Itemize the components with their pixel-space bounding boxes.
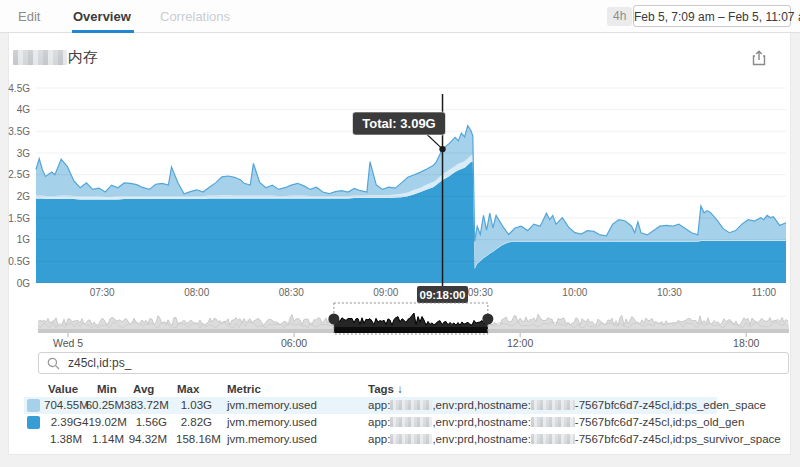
min-cell: 1.14M [82,431,124,448]
y-axis-label: 0.5G [8,256,30,267]
redacted-title-text [13,50,67,65]
y-axis-label: 2.5G [8,169,30,180]
y-axis-label: 3.5G [8,126,30,137]
column-header-max: Max [176,381,220,397]
time-range-badge[interactable]: 4h [607,7,632,26]
y-axis-label: 2G [17,191,31,202]
tags-cell: app:,env:prd,hostname:-7567bfc6d7-z45cl,… [368,397,789,414]
avg-cell: 1.56G [124,414,176,431]
min-cell: 419.02M [82,414,124,431]
tags-cell: app:,env:prd,hostname:-7567bfc6d7-z45cl,… [368,414,789,431]
search-icon [47,357,60,370]
x-axis-label: 11:00 [752,287,777,298]
series-color-swatch [27,433,40,446]
selection-handle-right[interactable] [482,314,493,325]
tab-overview[interactable]: Overview [73,0,131,33]
redacted-text [531,417,575,427]
timeline-minimap[interactable]: Wed 506:0012:0018:00 [0,300,800,352]
minimap-time-label: 06:00 [281,337,307,349]
column-header-avg: Avg [124,381,176,397]
y-axis-label: 4.5G [8,84,30,94]
hover-timestamp-label: 09:18:00 [419,289,465,301]
table-header-row: ValueMinAvgMaxMetricTags ↓ [24,381,789,397]
selection-handle-left[interactable] [328,314,339,325]
x-axis-label: 10:00 [562,287,587,298]
column-header-min: Min [82,381,124,397]
value-cell: 1.38M [44,431,82,448]
table-row[interactable]: 2.39G419.02M1.56G2.82Gjvm.memory.usedapp… [24,414,789,431]
redacted-text [390,400,432,410]
value-cell: 2.39G [44,414,82,431]
column-header-tags[interactable]: Tags ↓ [368,381,789,397]
y-axis-label: 3G [17,148,31,159]
tab-correlations[interactable]: Correlations [160,0,230,33]
minimap-time-label: 12:00 [507,337,533,349]
series-color-swatch [27,416,40,429]
tooltip-total-label: Total: 3.09G [362,116,435,131]
avg-cell: 383.72M [124,397,176,414]
metric-cell: jvm.memory.used [220,397,354,414]
y-axis-label: 0G [17,278,31,289]
x-axis-label: 09:00 [373,287,398,298]
metric-cell: jvm.memory.used [220,431,354,448]
redacted-text [531,434,575,444]
y-axis-label: 1.5G [8,213,30,224]
min-cell: 60.25M [82,397,124,414]
x-axis-label: 08:30 [279,287,304,298]
table-row[interactable]: 704.55M60.25M383.72M1.03Gjvm.memory.used… [24,397,789,414]
max-cell: 158.16M [176,431,220,448]
top-bar: Edit Overview Correlations 4h Feb 5, 7:0… [0,0,800,33]
x-axis-label: 09:30 [468,287,493,298]
widget-title: 内存 [68,48,98,67]
x-axis-label: 07:30 [90,287,115,298]
tab-edit[interactable]: Edit [18,0,40,33]
avg-cell: 94.32M [124,431,176,448]
x-axis-label: 10:30 [657,287,682,298]
legend-table: ValueMinAvgMaxMetricTags ↓704.55M60.25M3… [24,381,789,448]
search-box [38,352,789,374]
widget-header: 内存 [13,48,98,66]
date-range-picker[interactable]: Feb 5, 7:09 am – Feb 5, 11:07 am [633,5,791,27]
redacted-text [390,434,432,444]
column-header-metric: Metric [220,381,354,397]
series-color-swatch [27,399,40,412]
share-export-icon[interactable] [748,47,770,69]
redacted-text [531,400,575,410]
minimap-time-label: Wed 5 [53,337,83,349]
table-row[interactable]: 1.38M1.14M94.32M158.16Mjvm.memory.usedap… [24,431,789,448]
tags-cell: app:,env:prd,hostname:-7567bfc6d7-z45cl,… [368,431,789,448]
tooltip-pointer-line [427,134,442,148]
max-cell: 1.03G [176,397,220,414]
x-axis-label: 08:00 [184,287,209,298]
search-input[interactable] [66,355,788,371]
column-header-value: Value [44,381,82,397]
metric-cell: jvm.memory.used [220,414,354,431]
hover-point [439,146,445,152]
redacted-text [390,417,432,427]
value-cell: 704.55M [44,397,82,414]
max-cell: 2.82G [176,414,220,431]
y-axis-label: 4G [17,104,31,115]
minimap-time-label: 18:00 [733,337,759,349]
memory-usage-chart[interactable]: 0G0.5G1G1.5G2G2.5G3G3.5G4G4.5G07:3008:00… [0,84,800,305]
y-axis-label: 1G [17,234,31,245]
